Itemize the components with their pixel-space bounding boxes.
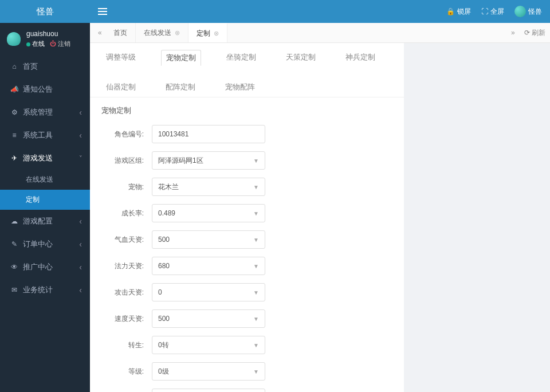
nav-game-config[interactable]: ☁游戏配置 [0, 210, 90, 233]
growth-label: 成长率: [101, 209, 152, 218]
avatar [6, 31, 22, 47]
subtab-pet-array[interactable]: 宠物配阵 [221, 80, 260, 95]
tab-home[interactable]: 首页 [105, 23, 136, 42]
lock-label: 锁屏 [457, 7, 471, 17]
zone-label: 游戏区组: [101, 156, 152, 166]
hp-select[interactable]: 500▼ [152, 230, 265, 249]
card-title: 宠物定制 [90, 97, 404, 121]
nav-game-send[interactable]: ✈游戏发送 [0, 147, 90, 170]
hp-value: 500 [158, 236, 170, 244]
subtab-pet-custom[interactable]: 宠物定制 [161, 50, 201, 66]
subtab-mount-custom[interactable]: 坐骑定制 [222, 50, 261, 66]
bullhorn-icon: 📣 [9, 85, 19, 93]
nav-system-manage[interactable]: ⚙系统管理 [0, 101, 90, 124]
level-value: 0级 [158, 367, 169, 377]
level-select[interactable]: 0级▼ [152, 362, 265, 381]
status-online-label: 在线 [32, 40, 45, 47]
growth-value: 0.489 [158, 209, 175, 217]
fullscreen-label: 全屏 [490, 7, 504, 17]
mp-label: 法力天资: [101, 261, 152, 271]
main: 🔒锁屏 ⛶全屏 怪兽 « 首页 在线发送⊗ 定制⊗ » ⟳ 刷新 调整等级 宠物… [90, 0, 550, 392]
mp-select[interactable]: 680▼ [152, 257, 265, 275]
fullscreen-button[interactable]: ⛶全屏 [481, 7, 504, 17]
atk-select[interactable]: 0▼ [152, 283, 265, 301]
rebirth-select[interactable]: 0转▼ [152, 336, 265, 354]
chevron-down-icon: ▼ [253, 237, 259, 243]
close-icon[interactable]: ⊗ [175, 29, 180, 37]
envelope-icon: ✉ [9, 286, 19, 294]
nav-biz-stats-label: 业务统计 [23, 285, 53, 295]
chevron-down-icon: ▼ [253, 369, 259, 375]
nav-home-label: 首页 [23, 61, 38, 72]
tab-online-send[interactable]: 在线发送⊗ [136, 23, 188, 42]
nav-system-manage-label: 系统管理 [23, 107, 53, 117]
chevron-down-icon: ▼ [253, 342, 259, 348]
lock-icon: 🔒 [446, 7, 455, 15]
zone-select[interactable]: 阿泽源码网1区▼ [152, 151, 265, 170]
spd-select[interactable]: 500▼ [152, 309, 265, 328]
pet-select[interactable]: 花木兰▼ [152, 178, 265, 196]
close-icon[interactable]: ⊗ [214, 30, 219, 37]
nav-game-send-label: 游戏发送 [23, 153, 53, 163]
dashboard-icon: ☁ [9, 217, 19, 225]
expand-icon: ⛶ [481, 7, 488, 15]
logout-label: 注销 [58, 40, 70, 47]
tabs-prev[interactable]: « [95, 29, 105, 37]
eye-icon: 👁 [9, 263, 19, 271]
nav-sub-online-send[interactable]: 在线发送 [0, 170, 90, 190]
nav-order-center-label: 订单中心 [23, 239, 53, 249]
nav-sub-custom[interactable]: 定制 [0, 190, 90, 210]
pencil-icon: ✎ [9, 240, 19, 248]
lock-button[interactable]: 🔒锁屏 [446, 7, 471, 17]
chevron-down-icon: ▼ [253, 263, 259, 269]
role-id-input[interactable] [152, 125, 265, 143]
break-select[interactable]: 0次▼ [152, 389, 265, 392]
user-status: 在线 ⏻ 注销 [26, 40, 70, 48]
topbar-user[interactable]: 怪兽 [514, 6, 542, 17]
chevron-down-icon: ▼ [253, 158, 259, 164]
nav-order-center[interactable]: ✎订单中心 [0, 233, 90, 256]
username: guaishuou [26, 30, 70, 38]
refresh-button[interactable]: ⟳ 刷新 [524, 28, 545, 38]
subtab-adjust-level[interactable]: 调整等级 [101, 50, 140, 66]
brand: 怪兽 [0, 0, 90, 23]
nav-biz-stats[interactable]: ✉业务统计 [0, 279, 90, 301]
atk-value: 0 [158, 288, 162, 296]
spd-label: 速度天资: [101, 314, 152, 324]
nav-home[interactable]: ⌂首页 [0, 55, 90, 78]
topbar: 🔒锁屏 ⛶全屏 怪兽 [90, 0, 550, 23]
nav-notice[interactable]: 📣通知公告 [0, 78, 90, 101]
home-icon: ⌂ [9, 62, 19, 70]
subtab-xianqi-custom[interactable]: 仙器定制 [101, 80, 140, 95]
growth-select[interactable]: 0.489▼ [152, 204, 265, 222]
sidebar-toggle[interactable] [98, 6, 107, 17]
nav-system-tools-label: 系统工具 [23, 130, 53, 140]
nav-promo-center[interactable]: 👁推广中心 [0, 256, 90, 279]
subtabs: 调整等级 宠物定制 坐骑定制 天策定制 神兵定制 仙器定制 配阵定制 宠物配阵 [90, 43, 404, 97]
logout-link[interactable]: ⏻ 注销 [50, 40, 70, 47]
sidebar: 怪兽 guaishuou 在线 ⏻ 注销 ⌂首页 📣通知公告 ⚙系统管理 ≡系统… [0, 0, 90, 392]
mp-value: 680 [158, 262, 170, 270]
level-label: 等级: [101, 367, 152, 377]
user-block: guaishuou 在线 ⏻ 注销 [0, 23, 90, 55]
subtab-array-custom[interactable]: 配阵定制 [161, 80, 200, 95]
topbar-user-label: 怪兽 [528, 7, 542, 17]
chevron-down-icon: ▼ [253, 289, 259, 296]
form: 角色编号: 游戏区组: 阿泽源码网1区▼ 宠物: 花木兰▼ 成长率: 0.489… [90, 121, 404, 392]
refresh-label: 刷新 [532, 29, 545, 37]
subtab-tiance-custom[interactable]: 天策定制 [281, 50, 320, 66]
nav-system-tools[interactable]: ≡系统工具 [0, 124, 90, 147]
pet-value: 花木兰 [158, 182, 179, 192]
status-online-dot [26, 42, 30, 46]
tabs-next[interactable]: » [508, 29, 518, 37]
content: 调整等级 宠物定制 坐骑定制 天策定制 神兵定制 仙器定制 配阵定制 宠物配阵 … [90, 43, 550, 392]
tab-online-send-label: 在线发送 [144, 28, 171, 38]
card: 调整等级 宠物定制 坐骑定制 天策定制 神兵定制 仙器定制 配阵定制 宠物配阵 … [90, 43, 404, 392]
tab-custom[interactable]: 定制⊗ [188, 23, 227, 42]
spd-value: 500 [158, 315, 170, 323]
rebirth-label: 转生: [101, 340, 152, 350]
nav-notice-label: 通知公告 [23, 84, 53, 95]
avatar-icon [514, 6, 526, 17]
subtab-weapon-custom[interactable]: 神兵定制 [341, 50, 380, 66]
atk-label: 攻击天资: [101, 288, 152, 297]
